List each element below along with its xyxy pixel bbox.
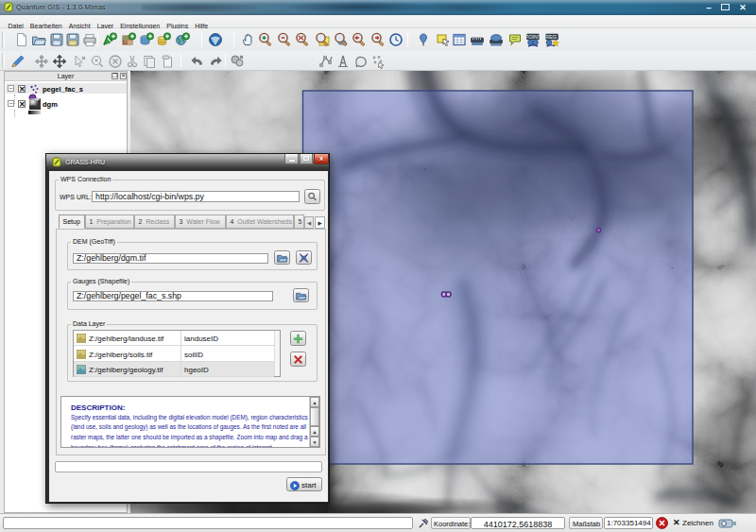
svg-text:REG: REG xyxy=(545,34,557,40)
svg-text:POINT: POINT xyxy=(525,34,541,40)
